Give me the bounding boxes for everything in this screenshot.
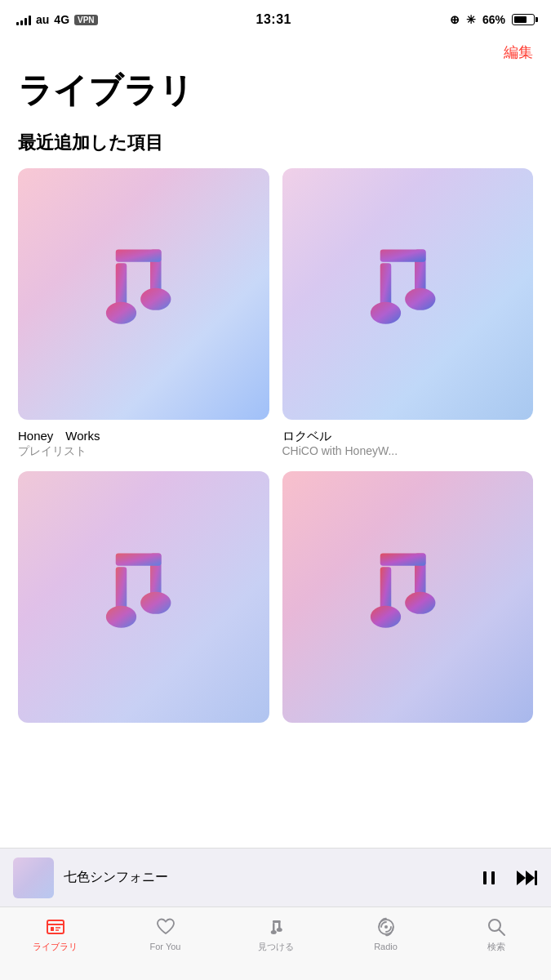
tab-library[interactable]: ライブラリ: [0, 915, 110, 952]
edit-button[interactable]: 編集: [504, 39, 533, 65]
album-artwork-3: [18, 471, 269, 723]
pause-button[interactable]: [479, 868, 499, 888]
music-note-tab-icon: [264, 915, 287, 938]
skip-forward-button[interactable]: [515, 868, 538, 888]
svg-rect-20: [483, 871, 487, 884]
status-left: au 4G VPN: [16, 13, 98, 26]
album-bg-2: [282, 168, 534, 420]
svg-point-18: [371, 605, 401, 627]
music-note-icon-3: [74, 528, 212, 666]
music-note-icon-4: [339, 528, 477, 666]
album-artwork-1: [18, 168, 269, 420]
svg-line-38: [499, 930, 504, 936]
album-item-1[interactable]: Honey Works プレイリスト: [18, 168, 269, 458]
skip-forward-icon: [515, 868, 538, 888]
radio-icon: [375, 915, 398, 938]
tab-bar: ライブラリ For You 見つける: [0, 906, 551, 980]
svg-point-4: [140, 288, 171, 310]
section-header: 最近追加した項目: [0, 126, 551, 168]
svg-rect-27: [51, 927, 54, 931]
status-right: ⊕ ✳ 66%: [450, 13, 535, 26]
svg-point-3: [106, 302, 136, 324]
section-title: 最近追加した項目: [18, 131, 533, 155]
album-artwork-4: [282, 471, 534, 723]
svg-rect-2: [116, 250, 162, 262]
now-playing-title: 七色シンフォニー: [64, 869, 469, 886]
svg-rect-25: [47, 920, 64, 933]
battery-percent: 66%: [482, 13, 505, 26]
svg-rect-21: [491, 871, 495, 884]
album-bg-4: [282, 471, 534, 723]
header: 編集: [0, 36, 551, 65]
bluetooth-icon: ✳: [466, 13, 476, 26]
now-playing-controls: [479, 868, 538, 888]
battery-icon: [512, 14, 535, 25]
tab-browse-label: 見つける: [258, 942, 294, 952]
svg-rect-32: [273, 920, 281, 923]
page-title: ライブラリ: [18, 72, 533, 109]
music-note-icon-2: [339, 225, 477, 363]
tab-browse[interactable]: 見つける: [220, 915, 331, 952]
album-sub-1: プレイリスト: [18, 443, 269, 458]
vpn-badge: VPN: [74, 15, 98, 25]
tab-for-you[interactable]: For You: [110, 915, 220, 952]
status-bar: au 4G VPN 13:31 ⊕ ✳ 66%: [0, 0, 551, 36]
heart-icon: [154, 915, 177, 938]
tab-for-you-label: For You: [150, 942, 181, 952]
album-artwork-2: [282, 168, 534, 420]
svg-point-13: [106, 605, 136, 627]
svg-point-14: [140, 591, 171, 613]
tab-library-label: ライブラリ: [33, 942, 78, 952]
svg-rect-12: [116, 553, 162, 565]
svg-point-34: [276, 928, 282, 932]
album-sub-2: CHiCO with HoneyW...: [282, 443, 534, 458]
album-bg-1: [18, 168, 269, 420]
tab-search[interactable]: 検索: [441, 915, 551, 952]
album-item-3[interactable]: [18, 471, 269, 731]
music-note-icon-1: [74, 225, 212, 363]
album-item-2[interactable]: ロクベル CHiCO with HoneyW...: [282, 168, 534, 458]
svg-rect-17: [380, 553, 425, 565]
tab-search-label: 検索: [487, 942, 505, 952]
album-name-1: Honey Works: [18, 428, 269, 444]
location-icon: ⊕: [450, 13, 460, 26]
library-icon: [44, 915, 67, 938]
svg-point-33: [270, 930, 276, 934]
page-title-section: ライブラリ: [0, 65, 551, 126]
svg-rect-24: [535, 871, 537, 885]
svg-point-9: [405, 288, 435, 310]
network-label: 4G: [54, 13, 69, 26]
svg-point-19: [405, 591, 435, 613]
svg-marker-23: [526, 871, 535, 885]
signal-bars-icon: [16, 14, 31, 25]
svg-point-8: [371, 302, 401, 324]
time-label: 13:31: [256, 12, 291, 27]
album-name-2: ロクベル: [282, 428, 534, 444]
pause-icon: [479, 868, 499, 888]
svg-marker-22: [517, 871, 526, 885]
carrier-label: au: [36, 13, 49, 26]
tab-radio[interactable]: Radio: [331, 915, 441, 952]
svg-rect-7: [380, 250, 425, 262]
now-playing-bar[interactable]: 七色シンフォニー: [0, 848, 551, 906]
svg-point-36: [384, 925, 388, 929]
search-icon: [485, 915, 508, 938]
album-grid: Honey Works プレイリスト: [0, 168, 551, 731]
now-playing-artwork: [13, 858, 54, 898]
tab-radio-label: Radio: [374, 942, 398, 952]
album-item-4[interactable]: [282, 471, 534, 731]
album-bg-3: [18, 471, 269, 723]
